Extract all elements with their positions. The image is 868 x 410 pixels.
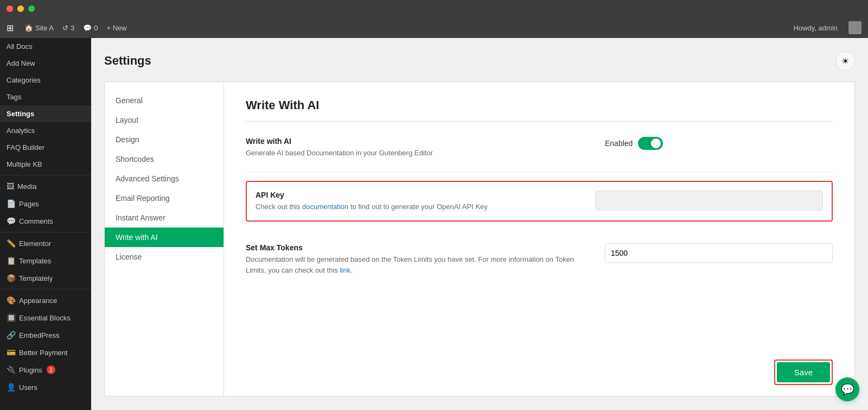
maximize-button[interactable] [28, 5, 35, 12]
close-button[interactable] [7, 5, 13, 12]
toolbar-site-name[interactable]: 🏠 Site A [24, 24, 54, 32]
settings-title: Settings ☀ [104, 51, 855, 71]
sidebar-item-add-new[interactable]: Add New [0, 55, 91, 72]
setting-info-write-with-ai: Write with AI Generate AI based Document… [246, 137, 583, 159]
sidebar-item-plugins[interactable]: 🔌 Plugins 3 [0, 361, 91, 379]
setting-row-api-key: API Key Check out this documentation to … [246, 181, 833, 222]
write-with-ai-toggle[interactable] [638, 137, 663, 150]
better-payment-icon: 💳 [7, 348, 16, 357]
faq-builder-label: FAQ Builder [7, 143, 44, 152]
api-key-desc: Check out this documentation to find out… [256, 201, 573, 212]
embedpress-icon: 🔗 [7, 331, 16, 339]
token-link[interactable]: link [340, 266, 350, 274]
sidebar-item-embedpress[interactable]: 🔗 EmbedPress [0, 326, 91, 344]
sidebar-item-tags[interactable]: Tags [0, 89, 91, 105]
settings-nav-shortcodes[interactable]: Shortcodes [105, 149, 224, 169]
max-tokens-label: Set Max Tokens [246, 243, 583, 252]
templately-icon: 📦 [7, 274, 16, 282]
multiple-kb-label: Multiple KB [7, 160, 42, 168]
write-with-ai-desc: Generate AI based Documentation in your … [246, 148, 583, 159]
toggle-container: Enabled [605, 137, 663, 150]
minimize-button[interactable] [17, 5, 24, 12]
sidebar-item-settings[interactable]: Settings [0, 105, 91, 122]
sidebar-divider-2 [0, 232, 91, 232]
settings-nav-design[interactable]: Design [105, 130, 224, 149]
templates-label: Templates [19, 257, 51, 265]
sidebar-item-comments[interactable]: 💬 Comments [0, 212, 91, 230]
settings-nav-write-with-ai[interactable]: Write with AI [105, 228, 224, 247]
settings-nav-advanced[interactable]: Advanced Settings [105, 169, 224, 188]
documentation-link[interactable]: documentation [302, 203, 348, 211]
max-tokens-input[interactable] [605, 243, 833, 263]
sidebar-item-multiple-kb[interactable]: Multiple KB [0, 156, 91, 173]
sidebar-item-all-docs[interactable]: All Docs [0, 38, 91, 55]
save-btn-wrapper: Save [774, 359, 833, 385]
revisions-icon: ↺ [62, 24, 68, 32]
panel-title: Write With AI [246, 98, 833, 122]
appearance-icon: 🎨 [7, 296, 16, 305]
elementor-label: Elementor [19, 239, 51, 248]
toolbar-new[interactable]: + New [106, 24, 126, 32]
settings-nav-layout[interactable]: Layout [105, 110, 224, 130]
pages-icon: 📄 [7, 199, 16, 208]
sidebar-item-essential-blocks[interactable]: 🔲 Essential Blocks [0, 309, 91, 326]
wp-logo-icon: ⊞ [7, 23, 14, 33]
setting-info-api-key: API Key Check out this documentation to … [256, 191, 573, 212]
sidebar: All Docs Add New Categories Tags Setting… [0, 38, 91, 410]
setting-row-write-with-ai: Write with AI Generate AI based Document… [246, 124, 833, 172]
settings-panel: Write With AI Write with AI Generate AI … [224, 82, 854, 349]
plugins-label: Plugins [19, 366, 42, 374]
toolbar-howdy: Howdy, admin [794, 24, 838, 32]
categories-label: Categories [7, 76, 41, 84]
toggle-enabled-label: Enabled [605, 139, 633, 148]
essential-blocks-label: Essential Blocks [19, 314, 71, 322]
embedpress-label: EmbedPress [19, 331, 59, 339]
admin-avatar [848, 21, 861, 34]
sidebar-divider-3 [0, 289, 91, 289]
sidebar-item-users[interactable]: 👤 Users [0, 379, 91, 396]
setting-info-max-tokens: Set Max Tokens Documentation will be gen… [246, 243, 583, 275]
sidebar-item-categories[interactable]: Categories [0, 72, 91, 89]
analytics-label: Analytics [7, 127, 35, 135]
sidebar-item-pages[interactable]: 📄 Pages [0, 195, 91, 212]
page-title: Settings [104, 54, 151, 68]
theme-toggle-button[interactable]: ☀ [835, 51, 855, 71]
essential-blocks-icon: 🔲 [7, 313, 16, 322]
add-new-label: Add New [7, 59, 35, 67]
sidebar-item-faq-builder[interactable]: FAQ Builder [0, 139, 91, 156]
comments-sidebar-icon: 💬 [7, 217, 16, 225]
sidebar-item-appearance[interactable]: 🎨 Appearance [0, 292, 91, 309]
settings-nav-license[interactable]: License [105, 247, 224, 267]
sidebar-item-templately[interactable]: 📦 Templately [0, 269, 91, 287]
sidebar-item-elementor[interactable]: ✏️ Elementor [0, 235, 91, 252]
templates-icon: 📋 [7, 256, 16, 265]
all-docs-label: All Docs [7, 42, 33, 51]
chat-bubble-button[interactable]: 💬 [835, 377, 859, 401]
api-key-control [595, 191, 823, 210]
sidebar-divider-1 [0, 175, 91, 175]
sidebar-item-analytics[interactable]: Analytics [0, 122, 91, 139]
sidebar-item-templates[interactable]: 📋 Templates [0, 252, 91, 269]
plugins-icon: 🔌 [7, 365, 16, 374]
media-icon: 🖼 [7, 182, 14, 191]
main-content: Settings ☀ General Layout Design Shortco… [91, 38, 868, 410]
sidebar-item-media[interactable]: 🖼 Media [0, 178, 91, 195]
settings-nav-email-reporting[interactable]: Email Reporting [105, 188, 224, 208]
write-with-ai-label: Write with AI [246, 137, 583, 146]
api-key-input[interactable] [595, 191, 823, 210]
panel-container: Write With AI Write with AI Generate AI … [224, 82, 854, 396]
mac-titlebar [0, 0, 868, 17]
settings-nav-general[interactable]: General [105, 91, 224, 110]
toolbar-comments[interactable]: 💬 0 [83, 24, 98, 32]
write-with-ai-control: Enabled [605, 137, 833, 150]
media-label: Media [17, 182, 36, 191]
settings-nav-instant-answer[interactable]: Instant Answer [105, 208, 224, 228]
users-label: Users [19, 383, 37, 392]
toolbar-revisions[interactable]: ↺ 3 [62, 24, 74, 32]
sidebar-item-better-payment[interactable]: 💳 Better Payment [0, 344, 91, 361]
elementor-icon: ✏️ [7, 239, 16, 248]
comments-icon: 💬 [83, 24, 92, 32]
settings-wrapper: Settings ☀ General Layout Design Shortco… [91, 38, 868, 396]
save-button[interactable]: Save [777, 362, 830, 382]
toggle-slider [638, 137, 663, 150]
